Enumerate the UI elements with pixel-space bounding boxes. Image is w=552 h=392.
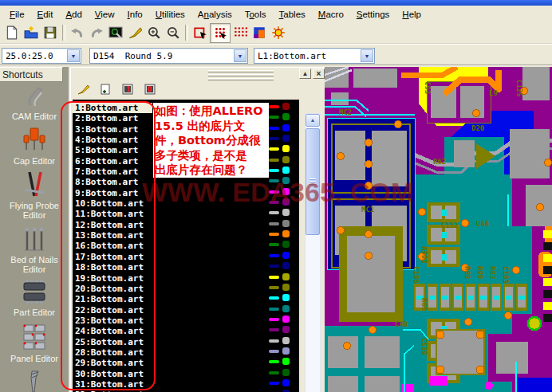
layer-pad-color-swatch[interactable] — [282, 209, 290, 216]
layer-line-color-swatch[interactable] — [269, 382, 279, 385]
layer-pad-color-swatch[interactable] — [282, 241, 290, 248]
layer-pad-color-swatch[interactable] — [282, 220, 290, 227]
film-positive-button[interactable]: 1 — [120, 82, 136, 96]
layer-line-color-swatch[interactable] — [269, 254, 279, 257]
layer-row-24[interactable]: 24:Bottom.art — [73, 324, 299, 335]
layer-line-color-swatch[interactable] — [269, 137, 279, 140]
layer-row-23[interactable]: 23:Bottom.art — [73, 314, 299, 324]
scrollbar-up-arrow[interactable]: ▲ — [306, 114, 320, 127]
layer-row-28[interactable]: 28:Bottom.art — [73, 346, 299, 356]
layer-combo-arrow-icon[interactable]: ▼ — [361, 49, 373, 62]
layer-pad-color-swatch[interactable] — [282, 230, 290, 237]
menu-item-settings[interactable]: Settings — [350, 8, 396, 21]
color-palette-button[interactable] — [250, 24, 269, 42]
layer-line-color-swatch[interactable] — [269, 276, 279, 279]
layer-pad-color-swatch[interactable] — [282, 145, 290, 152]
save-file-button[interactable] — [41, 24, 60, 42]
redo-button[interactable] — [87, 24, 106, 42]
sidebar-item-nc-editor-partial[interactable] — [0, 370, 69, 392]
menu-item-help[interactable]: Help — [396, 8, 428, 21]
layer-list-scrollbar[interactable]: ▲ — [305, 113, 321, 392]
menu-item-info[interactable]: Info — [121, 8, 149, 21]
layer-row-18[interactable]: 18:Bottom.art — [73, 261, 299, 271]
layer-row-17[interactable]: 17:Bottom.art — [73, 250, 299, 261]
layer-row-31[interactable]: 31:Bottom.art — [73, 378, 299, 388]
layer-pad-color-swatch[interactable] — [282, 347, 290, 355]
layer-line-color-swatch[interactable] — [269, 286, 279, 289]
undo-button[interactable] — [68, 24, 87, 42]
layer-pad-color-swatch[interactable] — [282, 177, 290, 184]
film-negative-button[interactable]: O — [142, 82, 158, 96]
sidebar-item-cap-editor[interactable]: Cap Editor — [0, 126, 69, 166]
layer-pad-color-swatch[interactable] — [282, 262, 290, 269]
grid-points-button[interactable] — [231, 24, 250, 42]
layer-line-color-swatch[interactable] — [269, 339, 279, 343]
layer-row-13[interactable]: 13:Bottom.art — [73, 229, 299, 239]
layer-line-color-swatch[interactable] — [269, 233, 279, 236]
layer-pad-color-swatch[interactable] — [282, 305, 290, 312]
layer-pad-color-swatch[interactable] — [282, 284, 290, 291]
grid-combo[interactable]: 25.0:25.0 ▼ — [2, 48, 81, 64]
menu-item-edit[interactable]: Edit — [31, 8, 60, 21]
menu-item-analysis[interactable]: Analysis — [191, 8, 239, 21]
layer-row-12[interactable]: 12:Bottom.art — [73, 218, 299, 229]
menu-item-tables[interactable]: Tables — [273, 8, 312, 21]
clean-brush-button[interactable] — [125, 24, 144, 42]
layer-pad-color-swatch[interactable] — [282, 358, 290, 365]
menu-item-add[interactable]: Add — [59, 8, 88, 21]
highlight-net-button[interactable] — [269, 24, 288, 42]
sidebar-item-part-editor[interactable]: Part Editor — [0, 277, 69, 317]
grid-combo-arrow-icon[interactable]: ▼ — [67, 49, 80, 62]
layer-line-color-swatch[interactable] — [269, 159, 279, 162]
layer-line-color-swatch[interactable] — [269, 169, 279, 172]
layer-row-25[interactable]: 25:Bottom.art — [73, 335, 299, 346]
sidebar-item-panel-editor[interactable]: Panel Editor — [0, 322, 69, 363]
layer-pad-color-swatch[interactable] — [282, 188, 290, 195]
layer-line-color-swatch[interactable] — [269, 201, 279, 204]
layer-line-color-swatch[interactable] — [269, 350, 279, 353]
layer-row-32[interactable]: 32:Bottom.art — [73, 388, 299, 392]
pcb-view[interactable]: MC2C93L9C125R62D20MC1R503R65C539C40C106C… — [325, 67, 552, 392]
board-select-button[interactable] — [191, 24, 210, 42]
panel-minimize-button[interactable]: ▲ — [299, 69, 311, 79]
scrollbar-thumb[interactable] — [306, 128, 320, 235]
panel-drag-handle[interactable] — [208, 70, 274, 82]
layer-pad-color-swatch[interactable] — [282, 273, 290, 280]
layer-line-color-swatch[interactable] — [269, 179, 279, 182]
layer-pad-color-swatch[interactable] — [282, 252, 290, 259]
layer-line-color-swatch[interactable] — [269, 318, 279, 321]
layer-pad-color-swatch[interactable] — [282, 294, 290, 301]
layer-row-21[interactable]: 21:Bottom.art — [73, 292, 299, 303]
menu-item-view[interactable]: View — [89, 8, 121, 21]
menu-item-macro[interactable]: Macro — [312, 8, 350, 21]
panel-close-button[interactable]: × — [313, 69, 325, 79]
open-file-button[interactable] — [22, 24, 41, 42]
layer-line-color-swatch[interactable] — [269, 308, 279, 311]
layer-line-color-swatch[interactable] — [269, 360, 279, 363]
layer-row-19[interactable]: 19:Bottom.art — [73, 272, 299, 282]
menu-item-file[interactable]: File — [3, 8, 31, 21]
layer-line-color-swatch[interactable] — [269, 105, 279, 108]
layer-line-color-swatch[interactable] — [269, 147, 279, 151]
layer-line-color-swatch[interactable] — [269, 265, 279, 268]
layer-row-29[interactable]: 29:Bottom.art — [73, 356, 299, 367]
layer-row-10[interactable]: 10:Bottom.art — [73, 197, 299, 207]
layer-line-color-swatch[interactable] — [269, 328, 279, 331]
layer-line-color-swatch[interactable] — [269, 296, 279, 300]
layer-pad-color-swatch[interactable] — [282, 316, 290, 323]
layer-pad-color-swatch[interactable] — [282, 135, 290, 142]
layer-row-9[interactable]: 9:Bottom.art — [73, 186, 299, 197]
layer-line-color-swatch[interactable] — [269, 371, 279, 374]
shortcuts-header[interactable]: Shortcuts — [0, 67, 63, 82]
add-film-button[interactable] — [97, 82, 113, 96]
sidebar-item-flying-probe-editor[interactable]: Flying Probe Editor — [0, 169, 69, 220]
layer-row-20[interactable]: 20:Bottom.art — [73, 282, 299, 292]
layer-line-color-swatch[interactable] — [269, 211, 279, 214]
redraw-screen-button[interactable] — [106, 24, 125, 42]
layer-pad-color-swatch[interactable] — [282, 124, 290, 131]
layer-combo[interactable]: L1:Bottom.art ▼ — [254, 48, 375, 64]
layer-line-color-swatch[interactable] — [269, 243, 279, 246]
zoom-in-button[interactable] — [144, 24, 164, 42]
layer-pad-color-swatch[interactable] — [282, 113, 290, 120]
zoom-out-button[interactable] — [164, 24, 183, 42]
